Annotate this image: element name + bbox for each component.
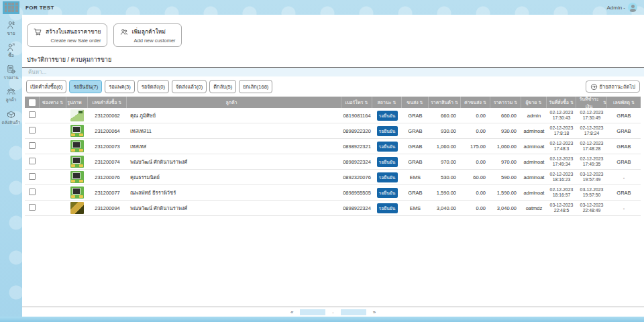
column-header[interactable]: เลขคำสั่งซื้อ ⇅: [88, 97, 127, 108]
tab-label: ตีกลับ(5): [213, 84, 232, 90]
product-thumbnail: [70, 109, 84, 121]
avatar: [628, 3, 637, 12]
tab-label: รอยืนยัน(7): [73, 84, 98, 90]
row-checkbox[interactable]: [29, 127, 36, 133]
column-header[interactable]: วันที่สั่งซื้อ ⇅: [547, 97, 576, 108]
sidebar-item-buy[interactable]: ซื้อ: [6, 42, 16, 58]
status-badge: รอยืนยัน: [377, 203, 398, 213]
table-row[interactable]: 231200062 คุณ ภูมิศิษย์ 0819081164 รอยืน…: [25, 108, 641, 123]
shipping-carrier: GRAB: [402, 128, 429, 134]
order-number: 231200076: [88, 174, 127, 180]
sort-icon: ⇅: [538, 100, 541, 105]
user-menu[interactable]: Admin -: [606, 3, 637, 12]
tab-wait-pack[interactable]: รอแพค(3): [105, 80, 135, 93]
column-header[interactable]: ขนส่ง ⇅: [402, 97, 429, 108]
phone-number: 0819081164: [341, 113, 372, 119]
row-checkbox[interactable]: [29, 111, 36, 118]
row-checkbox[interactable]: [29, 142, 36, 149]
prev-page-button[interactable]: «: [290, 309, 293, 315]
table-row[interactable]: 231200094 พณษวัฒน์ ศักดินานราพงศ์ 089892…: [25, 201, 641, 216]
sidebar: ขาย ซื้อ รายงาน ลูกค้า คลังสินค้า: [0, 15, 22, 317]
add-customer-button[interactable]: เพิ่มลูกค้าใหม่ Add new customer: [113, 23, 182, 47]
sort-icon: ⇅: [364, 100, 368, 105]
create-sale-order-button[interactable]: สร้างใบเสนอราคาขาย Create new Sale order: [27, 23, 107, 47]
shipping-fee: 0.00: [461, 205, 490, 211]
app-window: FOR TEST Admin - ขาย ซื้อ รายงาน ลูกค้า …: [0, 0, 644, 322]
tab-returned[interactable]: ตีกลับ(5): [209, 80, 236, 93]
column-header[interactable]: เบอร์โทร ⇅: [341, 97, 372, 108]
column-header-label: เลขพัสดุ: [613, 99, 630, 106]
status-badge: รอยืนยัน: [377, 157, 398, 167]
column-header[interactable]: วันที่ชำระเงิน ⇅: [576, 97, 607, 108]
table-row[interactable]: 231200074 พณษวัฒน์ ศักดินานราพงศ์ 089892…: [25, 154, 641, 170]
column-header-label: ราคาสินค้า: [431, 99, 453, 106]
breadcrumb: ประวัติการขาย / ควบคุมการขาย: [22, 54, 644, 68]
tracking-number: GRAB: [607, 159, 641, 165]
filter-toolbar: เปิดคำสั่งซื้อ(6) รอยืนยัน(7) รอแพค(3) ร…: [22, 76, 644, 96]
move-next-status-button[interactable]: ย้ายสถานะถัดไป: [586, 80, 640, 93]
tab-wait-confirm[interactable]: รอยืนยัน(7): [69, 80, 102, 93]
shipping-carrier: GRAB: [402, 190, 429, 196]
product-thumbnail: [70, 125, 84, 137]
table-header-row: ช่องทาง ⇅ รูปภาพ ⇅ เลขคำสั่งซื้อ ⇅: [25, 97, 641, 108]
table-row[interactable]: 231200064 เทสเทส11 0898922320 รอยืนยัน G…: [25, 123, 641, 139]
sidebar-item-label: ขาย: [7, 31, 15, 36]
row-checkbox[interactable]: [29, 189, 36, 195]
user-label: Admin -: [606, 5, 625, 11]
product-thumbnail: [70, 140, 84, 152]
order-datetime: 02-12-202318:16:23: [547, 172, 576, 183]
apps-grid-icon[interactable]: [3, 1, 19, 14]
column-header[interactable]: ราคารวม ⇅: [490, 97, 521, 108]
search-input[interactable]: [27, 68, 639, 76]
tab-wait-ship[interactable]: รอจัดส่ง(0): [138, 80, 169, 93]
column-header[interactable]: ค่าขนส่ง ⇅: [461, 97, 490, 108]
sidebar-item-customers[interactable]: ลูกค้า: [6, 87, 17, 102]
table-row[interactable]: 231200073 เทสเทส 0898922321 รอยืนยัน GRA…: [25, 139, 641, 154]
tab-label: เปิดคำสั่งซื้อ(6): [30, 84, 62, 90]
column-header[interactable]: รูปภาพ ⇅: [66, 97, 88, 108]
shipping-fee: 0.00: [461, 113, 490, 119]
column-header-label: เลขคำสั่งซื้อ: [93, 99, 117, 106]
column-header[interactable]: ผู้ขาย ⇅: [521, 97, 547, 108]
sidebar-item-sell[interactable]: ขาย: [6, 20, 16, 36]
tab-shipped[interactable]: จัดส่งแล้ว(0): [172, 80, 207, 93]
action-buttons: สร้างใบเสนอราคาขาย Create new Sale order…: [22, 15, 644, 53]
product-price: 970.00: [429, 159, 461, 165]
shipping-carrier: GRAB: [402, 113, 429, 119]
table-row[interactable]: 231200076 คุณธรรมนิตย์ 0892320076 รอยืนย…: [25, 170, 641, 185]
page-separator: -: [332, 310, 333, 315]
column-header[interactable]: ราคาสินค้า ⇅: [429, 97, 461, 108]
shipping-fee: 60.00: [461, 174, 490, 180]
tab-cancelled[interactable]: ยกเลิก(168): [239, 80, 272, 93]
next-page-button[interactable]: »: [373, 309, 376, 315]
page-box-right[interactable]: [341, 309, 366, 315]
table-row[interactable]: 231200077 ณพลพัทธ์ ธีรราพิวัชร์ 08989555…: [25, 185, 641, 201]
order-number: 231200062: [88, 113, 127, 119]
shipping-fee: 0.00: [461, 159, 490, 165]
row-checkbox[interactable]: [29, 204, 36, 211]
product-thumbnail: [70, 186, 84, 199]
column-header[interactable]: ช่องทาง ⇅: [40, 97, 66, 108]
column-header[interactable]: เลขพัสดุ ⇅: [607, 97, 641, 108]
sidebar-item-reports[interactable]: รายงาน: [3, 64, 18, 80]
product-price: 930.00: [429, 128, 461, 134]
column-header-label: รูปภาพ: [67, 99, 81, 106]
move-next-status-label: ย้ายสถานะถัดไป: [600, 83, 635, 91]
sidebar-item-label: รายงาน: [3, 75, 18, 80]
column-header-label: วันที่สั่งซื้อ: [549, 99, 569, 106]
tracking-number: -: [607, 205, 641, 211]
tracking-number: GRAB: [607, 190, 641, 196]
column-header[interactable]: ลูกค้า ⇅: [127, 97, 341, 108]
column-header[interactable]: สถานะ ⇅: [372, 97, 402, 108]
order-datetime: 02-12-202317:48:3: [547, 141, 576, 152]
tab-open-orders[interactable]: เปิดคำสั่งซื้อ(6): [26, 80, 66, 93]
shipping-carrier: EMS: [402, 205, 429, 211]
payment-datetime: 02-12-202317:48:28: [576, 141, 607, 152]
select-all-checkbox[interactable]: [29, 99, 36, 106]
row-checkbox[interactable]: [29, 173, 36, 180]
product-price: 1,590.00: [429, 190, 461, 196]
page-box-left[interactable]: [300, 309, 325, 315]
payment-datetime: 02-12-202317:49:35: [576, 156, 607, 168]
sidebar-item-warehouse[interactable]: คลังสินค้า: [2, 109, 21, 125]
row-checkbox[interactable]: [29, 158, 36, 164]
